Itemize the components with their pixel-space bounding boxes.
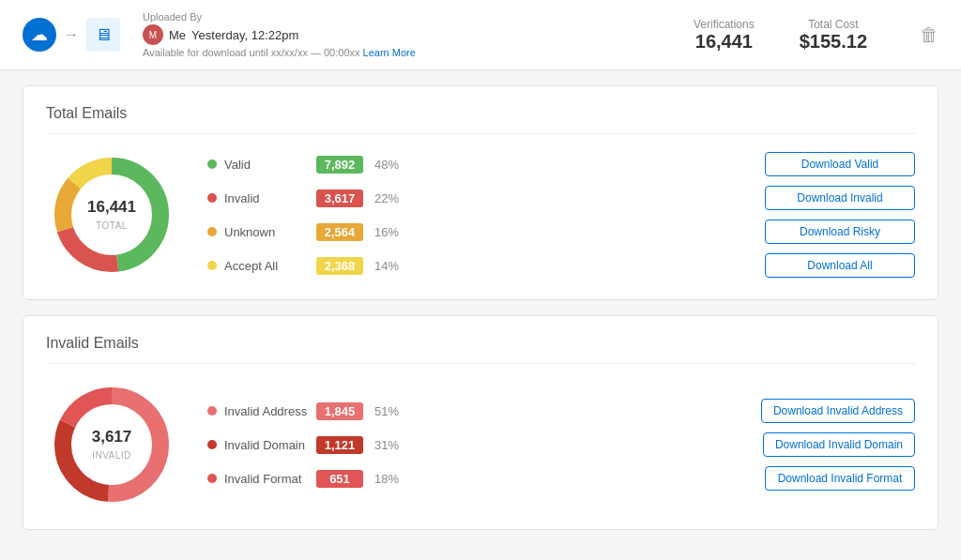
salesforce-icon: ☁ [23,18,56,52]
main-content: Total Emails 16,441 TOTAL Valid7,89248%D… [0,70,961,545]
count-inv-address: 1,845 [316,402,363,420]
dot-invalid [207,193,217,203]
dot-inv-address [207,406,217,416]
count-acceptall: 2,368 [316,257,363,275]
total-emails-table: Valid7,89248%Download ValidInvalid3,6172… [207,152,915,278]
label-acceptall: Accept All [224,259,309,273]
download-btn-invalid[interactable]: Download Invalid [765,186,915,210]
availability-text: Available for download until xx/xx/xx — … [143,47,416,58]
invalid-donut-center: 3,617 INVALID [92,428,132,462]
count-inv-format: 651 [316,470,363,488]
download-btn-valid[interactable]: Download Valid [765,152,915,176]
total-emails-title: Total Emails [46,105,915,134]
invalid-donut-value: 3,617 [92,428,132,446]
percent-inv-address: 51% [374,404,408,418]
header-stats: Verifications 16,441 Total Cost $155.12 [694,18,867,53]
download-btn-acceptall[interactable]: Download All [765,253,915,278]
download-btn-inv-format[interactable]: Download Invalid Format [765,466,915,491]
table-row: Accept All2,36814%Download All [207,253,915,278]
total-donut-value: 16,441 [87,198,136,217]
invalid-emails-table: Invalid Address1,84551%Download Invalid … [207,399,915,491]
count-invalid: 3,617 [316,189,363,207]
header-actions: 🗑 [920,24,938,46]
count-unknown: 2,564 [316,223,363,241]
invalid-emails-card: Invalid Emails 3,617 INVALID Invalid Add… [23,315,938,530]
download-btn-inv-address[interactable]: Download Invalid Address [761,399,915,423]
invalid-donut-label: INVALID [92,450,131,461]
invalid-emails-title: Invalid Emails [46,335,915,364]
percent-inv-domain: 31% [374,438,408,452]
total-emails-content: 16,441 TOTAL Valid7,89248%Download Valid… [46,149,915,280]
upload-user-row: M Me Yesterday, 12:22pm [143,24,416,45]
verifications-value: 16,441 [694,31,755,53]
total-emails-card: Total Emails 16,441 TOTAL Valid7,89248%D… [23,85,938,300]
dot-inv-format [207,474,217,483]
delete-icon[interactable]: 🗑 [920,24,938,45]
label-invalid: Invalid [224,191,309,205]
table-row: Valid7,89248%Download Valid [207,152,915,176]
dot-acceptall [207,261,217,270]
label-inv-address: Invalid Address [224,404,309,418]
percent-valid: 48% [374,158,408,172]
verifications-stat: Verifications 16,441 [694,18,755,53]
count-inv-domain: 1,121 [316,436,363,454]
uploaded-by-label: Uploaded By [143,11,416,23]
learn-more-link[interactable]: Learn More [363,47,416,58]
total-donut-center: 16,441 TOTAL [87,198,136,232]
download-btn-inv-domain[interactable]: Download Invalid Domain [763,432,915,457]
arrow-icon: → [64,26,79,43]
invalid-emails-donut: 3,617 INVALID [46,379,177,510]
user-name: Me [169,28,186,42]
page-header: ☁ → 🖥 Uploaded By M Me Yesterday, 12:22p… [0,0,961,70]
dot-inv-domain [207,440,217,449]
table-row: Invalid Domain1,12131%Download Invalid D… [207,432,915,457]
table-row: Invalid Format65118%Download Invalid For… [207,466,915,491]
count-valid: 7,892 [316,156,363,174]
table-row: Unknown2,56416%Download Risky [207,219,915,244]
verifications-label: Verifications [694,18,755,31]
total-cost-label: Total Cost [800,18,867,31]
total-donut-label: TOTAL [96,220,128,231]
total-cost-stat: Total Cost $155.12 [800,18,867,53]
total-cost-value: $155.12 [800,31,867,53]
table-row: Invalid Address1,84551%Download Invalid … [207,399,915,423]
user-avatar: M [143,24,163,45]
table-row: Invalid3,61722%Download Invalid [207,186,915,210]
percent-invalid: 22% [374,191,408,205]
percent-inv-format: 18% [374,472,408,486]
invalid-emails-content: 3,617 INVALID Invalid Address1,84551%Dow… [46,379,915,510]
total-emails-donut: 16,441 TOTAL [46,149,177,280]
label-inv-domain: Invalid Domain [224,438,309,452]
percent-unknown: 16% [374,225,408,239]
upload-timestamp: Yesterday, 12:22pm [191,28,298,42]
percent-acceptall: 14% [374,259,408,273]
logo-area: ☁ → 🖥 [23,18,120,52]
download-btn-unknown[interactable]: Download Risky [765,219,915,244]
desktop-icon: 🖥 [86,18,120,52]
dot-valid [207,159,217,169]
dot-unknown [207,227,217,236]
label-unknown: Unknown [224,225,309,239]
label-valid: Valid [224,158,309,172]
upload-info: Uploaded By M Me Yesterday, 12:22pm Avai… [143,11,416,58]
label-inv-format: Invalid Format [224,472,309,486]
